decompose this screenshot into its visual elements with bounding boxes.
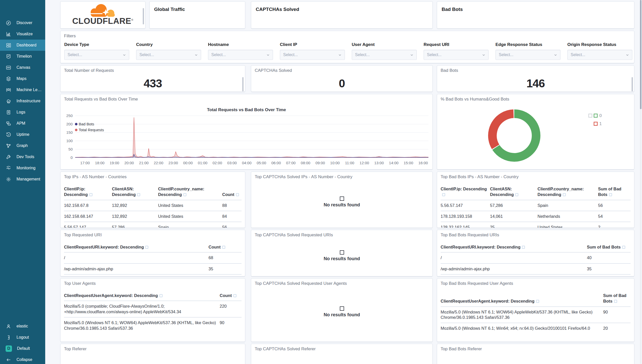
sidebar-footer-item-default[interactable]: DDefault	[0, 343, 45, 354]
filter-select-client-ip[interactable]: Select...	[280, 50, 345, 60]
column-header[interactable]: Sum of Bad Bots	[603, 293, 631, 307]
svg-text:02:00: 02:00	[213, 161, 222, 165]
sidebar-item-label: Infrastructure	[17, 99, 40, 103]
panel-title: Top Bad Bots Requested URIs	[437, 230, 634, 238]
sidebar-footer-item-collapse[interactable]: Collapse	[0, 354, 45, 364]
sidebar-item-uptime[interactable]: Uptime	[0, 129, 45, 140]
sidebar-item-graph[interactable]: Graph	[0, 140, 45, 151]
svg-text:16:00: 16:00	[418, 161, 428, 165]
filter-label: User Agent	[352, 42, 417, 47]
filter-select-origin-response-status[interactable]: Select...	[567, 50, 632, 60]
table-cell: /wp-admin/admin-post.php	[64, 274, 208, 276]
sidebar-item-infrastructure[interactable]: Infrastructure	[0, 95, 45, 107]
filter-select-request-uri[interactable]: Select...	[424, 50, 489, 60]
page-scrollbar-thumb[interactable]	[640, 0, 641, 109]
filter-field-user-agent: User AgentSelect...	[352, 42, 417, 60]
table-row: /wp-admin/admin-ajax.php35	[64, 263, 242, 274]
panel-title: Total Requests vs Bad Bots Over Time	[60, 94, 432, 102]
panel-scrollbar[interactable]	[242, 77, 244, 91]
svg-text:03:00: 03:00	[227, 161, 237, 165]
svg-text:13:00: 13:00	[374, 161, 384, 165]
sidebar-item-timelion[interactable]: Timelion	[0, 51, 45, 62]
sidebar-item-apm[interactable]: APM	[0, 118, 45, 129]
sidebar-item-dev-tools[interactable]: Dev Tools	[0, 151, 45, 162]
svg-text:22:00: 22:00	[154, 161, 163, 165]
column-header[interactable]: ClientASN: Descending	[490, 186, 537, 200]
column-header[interactable]: Sum of Bad Bots	[587, 244, 631, 252]
table-cell: 35	[208, 263, 242, 274]
select-placeholder: Select...	[68, 53, 82, 57]
table-cell: Spain	[537, 200, 598, 211]
sidebar-item-label: Collapse	[17, 357, 32, 362]
sidebar-item-monitoring[interactable]: Monitoring	[0, 162, 45, 174]
sort-icon	[442, 193, 445, 196]
panel-title: Top Bad Bots Requested User Agents	[437, 278, 634, 286]
sidebar-item-canvas[interactable]: Canvas	[0, 62, 45, 73]
panel-scrollbar[interactable]	[632, 77, 633, 91]
svg-text:150: 150	[66, 130, 73, 135]
sidebar-item-discover[interactable]: Discover	[0, 17, 45, 28]
panel-title: Top User Agents	[60, 278, 245, 286]
svg-text:10:00: 10:00	[330, 161, 340, 165]
panel-title: Top IPs - AS Number - Countries	[60, 172, 245, 179]
column-header[interactable]: ClientIP.country_name: Descending	[537, 186, 598, 200]
panel-title: Top Bad Bots Referer	[437, 344, 634, 352]
table-cell: Mozilla/5.0 (Windows NT 6.1; WOW64) Appl…	[441, 307, 603, 323]
sidebar-footer-item-logout[interactable]: Logout	[0, 332, 45, 343]
top-badbot-ips-table: ClientIP.ip: DescendingClientASN: Descen…	[437, 186, 634, 228]
table-row: /68	[64, 252, 242, 263]
filter-select-user-agent[interactable]: Select...	[352, 50, 417, 60]
column-header[interactable]: ClientRequestURI.keyword: Descending	[64, 244, 208, 252]
filter-select-hostname[interactable]: Select...	[208, 50, 273, 60]
column-header[interactable]: ClientRequestURI.keyword: Descending	[441, 244, 587, 252]
table-cell: /wp-admin/admin-ajax.php	[64, 263, 208, 274]
column-header[interactable]: Count	[208, 244, 242, 252]
svg-text:12:00: 12:00	[360, 161, 369, 165]
no-results: No results found	[251, 250, 432, 261]
sidebar-item-machine-le[interactable]: Machine Le…	[0, 84, 45, 95]
metric-title: CAPTCHAs Solved	[251, 65, 432, 73]
sidebar-item-visualize[interactable]: Visualize	[0, 28, 45, 40]
column-header[interactable]: ClientRequestUserAgent.keyword: Descendi…	[64, 293, 220, 301]
column-header[interactable]: ClientIP.ip: Descending	[64, 186, 112, 200]
column-header[interactable]: ClientASN: Descending	[112, 186, 158, 200]
table-row: Mozilla/5.0 (compatible; CloudFlare-Alwa…	[64, 301, 242, 317]
filter-field-edge-response-status: Edge Response StatusSelect...	[495, 42, 560, 60]
filter-select-device-type[interactable]: Select...	[64, 50, 129, 60]
panel-title: Top CAPTCHAs Solved Requested URIs	[251, 230, 432, 238]
column-header[interactable]: ClientRequestUserAgent.keyword: Descendi…	[441, 293, 603, 307]
top-badbot-user-agents-table: ClientRequestUserAgent.keyword: Descendi…	[437, 293, 634, 334]
sidebar-item-label: Monitoring	[17, 166, 36, 170]
select-placeholder: Select...	[283, 53, 298, 57]
panel-scrollbar[interactable]	[143, 8, 144, 24]
table-row: Mozilla/5.0 (Windows NT 6.1; WOW64) Appl…	[441, 307, 631, 323]
sidebar-item-label: Uptime	[17, 132, 29, 137]
filter-select-edge-response-status[interactable]: Select...	[495, 50, 560, 60]
panel-title: Top CAPTCHAs Solved Referer	[251, 344, 432, 352]
panel-title: Top Referer	[60, 344, 245, 352]
sort-icon	[536, 300, 539, 303]
graph-icon	[6, 143, 11, 149]
metric-title: Total Number of Requests	[60, 65, 245, 73]
sidebar-item-maps[interactable]: Maps	[0, 73, 45, 84]
sidebar-item-dashboard[interactable]: Dashboard	[0, 40, 45, 51]
svg-text:100: 100	[66, 139, 73, 143]
table-cell: 128.32.162.145	[441, 222, 490, 228]
filter-select-country[interactable]: Select...	[136, 50, 201, 60]
panel-heading: Global Traffic	[150, 2, 245, 12]
table-row: 178.128.193.15814,061Netherlands54	[441, 211, 631, 222]
table-row: /wp-admin/admin-ajax.php35	[441, 263, 631, 274]
sidebar-nav: DiscoverVisualizeDashboardTimelionCanvas…	[0, 0, 45, 185]
sidebar-item-label: Graph	[17, 143, 28, 148]
sidebar-item-management[interactable]: Management	[0, 174, 45, 185]
sidebar-footer-item-elastic[interactable]: elastic	[0, 321, 45, 332]
column-header[interactable]: ClientIP.country_name: Descending	[158, 186, 222, 200]
filter-label: Request URI	[424, 42, 489, 47]
column-header[interactable]: ClientIP.ip: Descending	[441, 186, 490, 200]
column-header[interactable]: Count	[220, 293, 242, 301]
column-header[interactable]: Sum of Bad Bots	[598, 186, 631, 200]
column-header[interactable]: Count	[222, 186, 242, 200]
sidebar-item-logs[interactable]: Logs	[0, 107, 45, 118]
svg-text:20:00: 20:00	[124, 161, 134, 165]
table-cell: Spain	[158, 222, 222, 228]
